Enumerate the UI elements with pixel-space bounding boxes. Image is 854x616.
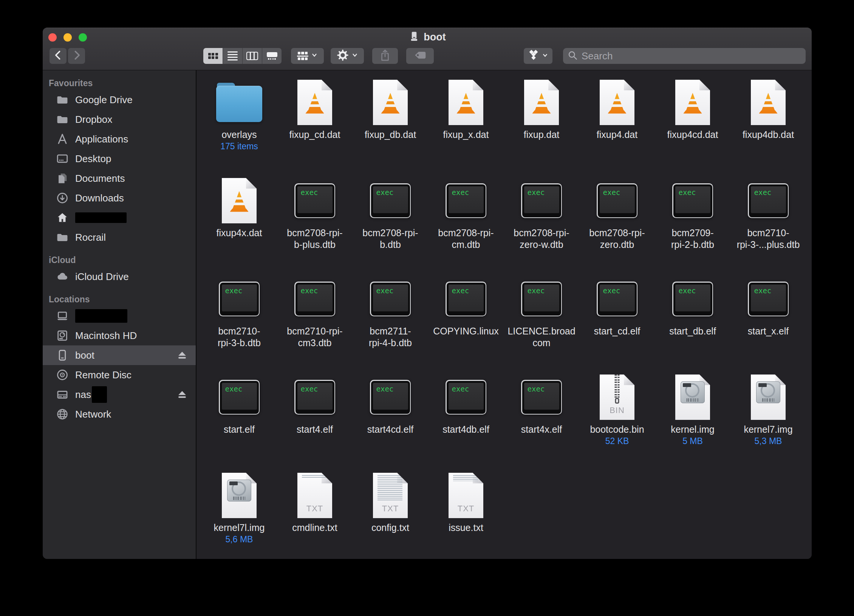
sidebar-item-network[interactable]: Network: [43, 404, 196, 424]
file-bcm2710-rpi-3-...plus.dtb[interactable]: execbcm2710-rpi-3-...plus.dtb: [730, 176, 806, 275]
file-fixup_cd.dat[interactable]: fixup_cd.dat: [277, 78, 353, 176]
file-bcm2708-rpi-b.dtb[interactable]: execbcm2708-rpi-b.dtb: [353, 176, 428, 275]
sidebar-item-desktop[interactable]: Desktop: [43, 149, 196, 169]
exec-file-icon: exec: [597, 282, 637, 316]
file-bcm2711-rpi-4-b.dtb[interactable]: execbcm2711-rpi-4-b.dtb: [353, 275, 428, 373]
file-name: fixup_cd.dat: [289, 129, 340, 141]
sidebar-item-google-drive[interactable]: Google Drive: [43, 90, 196, 110]
file-bcm2708-rpi-zero-w.dtb[interactable]: execbcm2708-rpi-zero-w.dtb: [504, 176, 579, 275]
exec-label: exec: [679, 286, 696, 295]
exec-file-icon: exec: [672, 183, 713, 218]
file-bcm2708-rpi-b-plus.dtb[interactable]: execbcm2708-rpi-b-plus.dtb: [277, 176, 353, 275]
file-kernel7.img[interactable]: kernel7.img5,3 MB: [730, 373, 806, 471]
file-LICENCE.broadcom[interactable]: execLICENCE.broadcom: [504, 275, 579, 373]
sidebar-item-downloads[interactable]: Downloads: [43, 188, 196, 208]
search-field[interactable]: [563, 48, 806, 64]
view-list-button[interactable]: [223, 48, 242, 64]
file-name: config.txt: [371, 522, 409, 534]
file-start_cd.elf[interactable]: execstart_cd.elf: [579, 275, 655, 373]
file-start4db.elf[interactable]: execstart4db.elf: [428, 373, 504, 471]
file-kernel.img[interactable]: kernel.img5 MB: [655, 373, 730, 471]
sidebar-item-laptop[interactable]: [43, 306, 196, 326]
file-bcm2710-rpi-cm3.dtb[interactable]: execbcm2710-rpi-cm3.dtb: [277, 275, 353, 373]
file-icon-box: exec: [748, 176, 789, 225]
action-button[interactable]: [331, 48, 364, 64]
exec-label: exec: [754, 286, 772, 295]
file-fixup_x.dat[interactable]: fixup_x.dat: [428, 78, 504, 176]
file-bootcode.bin[interactable]: BINbootcode.bin52 KB: [579, 373, 655, 471]
file-name: bcm2710-rpi-cm3.dtb: [287, 325, 342, 349]
share-button[interactable]: [372, 48, 398, 64]
file-name: kernel7l.img: [214, 522, 265, 534]
vlc-document-icon: [524, 80, 559, 125]
file-fixup4.dat[interactable]: fixup4.dat: [579, 78, 655, 176]
file-name-line: start_cd.elf: [594, 325, 640, 337]
forward-button[interactable]: [68, 48, 85, 64]
file-bcm2709-rpi-2-b.dtb[interactable]: execbcm2709-rpi-2-b.dtb: [655, 176, 730, 275]
file-name-line: bcm2708-rpi-: [514, 227, 569, 239]
sidebar-section-title: Locations: [43, 293, 196, 306]
file-fixup4db.dat[interactable]: fixup4db.dat: [730, 78, 806, 176]
file-fixup.dat[interactable]: fixup.dat: [504, 78, 579, 176]
file-name-line: bcm2708-rpi-: [438, 227, 494, 239]
exec-label: exec: [679, 188, 696, 197]
file-name-line: bcm2711-: [369, 325, 412, 337]
file-kernel7l.img[interactable]: kernel7l.img5,6 MB: [201, 471, 277, 559]
file-bcm2708-rpi-zero.dtb[interactable]: execbcm2708-rpi-zero.dtb: [579, 176, 655, 275]
file-start_x.elf[interactable]: execstart_x.elf: [730, 275, 806, 373]
sidebar-item-rocrail[interactable]: Rocrail: [43, 228, 196, 247]
file-config.txt[interactable]: TXTconfig.txt: [353, 471, 428, 559]
sidebar-item-label: Rocrail: [75, 232, 106, 243]
file-name: start.elf: [224, 424, 255, 435]
sidebar-item-remote-disc[interactable]: Remote Disc: [43, 365, 196, 385]
file-name-line: b-plus.dtb: [287, 239, 342, 251]
sidebar-item-home[interactable]: [43, 208, 196, 228]
traffic-cone-icon: [535, 93, 548, 111]
file-name: fixup4db.dat: [743, 129, 794, 141]
back-button[interactable]: [50, 48, 67, 64]
exec-file-icon: exec: [219, 380, 260, 415]
file-icon-box: [524, 78, 559, 127]
file-bcm2710-rpi-3-b.dtb[interactable]: execbcm2710-rpi-3-b.dtb: [201, 275, 277, 373]
file-icon-box: exec: [521, 275, 562, 323]
file-name: kernel7.img: [744, 424, 792, 435]
window-title: boot: [424, 31, 446, 43]
file-start_db.elf[interactable]: execstart_db.elf: [655, 275, 730, 373]
file-start4x.elf[interactable]: execstart4x.elf: [504, 373, 579, 471]
file-fixup4x.dat[interactable]: fixup4x.dat: [201, 176, 277, 275]
tags-button[interactable]: [406, 48, 434, 64]
file-name-line: zero.dtb: [589, 239, 645, 251]
file-start.elf[interactable]: execstart.elf: [201, 373, 277, 471]
view-icons-button[interactable]: [203, 48, 223, 64]
dropbox-button[interactable]: [524, 48, 552, 64]
sidebar-item-macintosh-hd[interactable]: Macintosh HD: [43, 326, 196, 345]
file-fixup4cd.dat[interactable]: fixup4cd.dat: [655, 78, 730, 176]
group-button[interactable]: [291, 48, 324, 64]
file-overlays[interactable]: overlays175 items: [201, 78, 277, 176]
sidebar-item-boot[interactable]: boot: [43, 345, 196, 365]
sidebar-item-icloud-drive[interactable]: iCloud Drive: [43, 267, 196, 286]
sidebar-item-applications[interactable]: Applications: [43, 129, 196, 149]
file-start4.elf[interactable]: execstart4.elf: [277, 373, 353, 471]
eject-icon[interactable]: [177, 351, 187, 360]
search-input[interactable]: [581, 50, 801, 62]
file-name-line: bootcode.bin: [590, 424, 644, 435]
sidebar-item-label: Macintosh HD: [75, 330, 137, 342]
eject-icon[interactable]: [177, 390, 187, 399]
file-icon-box: [222, 176, 257, 225]
file-issue.txt[interactable]: TXTissue.txt: [428, 471, 504, 559]
file-cmdline.txt[interactable]: TXTcmdline.txt: [277, 471, 353, 559]
file-bcm2708-rpi-cm.dtb[interactable]: execbcm2708-rpi-cm.dtb: [428, 176, 504, 275]
view-gallery-button[interactable]: [262, 48, 282, 64]
file-name-line: fixup_db.dat: [365, 129, 416, 141]
view-columns-button[interactable]: [243, 48, 262, 64]
txt-label: TXT: [373, 504, 408, 514]
file-fixup_db.dat[interactable]: fixup_db.dat: [353, 78, 428, 176]
file-name-line: cm.dtb: [438, 239, 494, 251]
file-COPYING.linux[interactable]: execCOPYING.linux: [428, 275, 504, 373]
file-start4cd.elf[interactable]: execstart4cd.elf: [353, 373, 428, 471]
sidebar-item-documents[interactable]: Documents: [43, 169, 196, 188]
file-icon-box: TXT: [297, 471, 332, 520]
sidebar-item-nas[interactable]: nas: [43, 385, 196, 404]
sidebar-item-dropbox[interactable]: Dropbox: [43, 110, 196, 129]
